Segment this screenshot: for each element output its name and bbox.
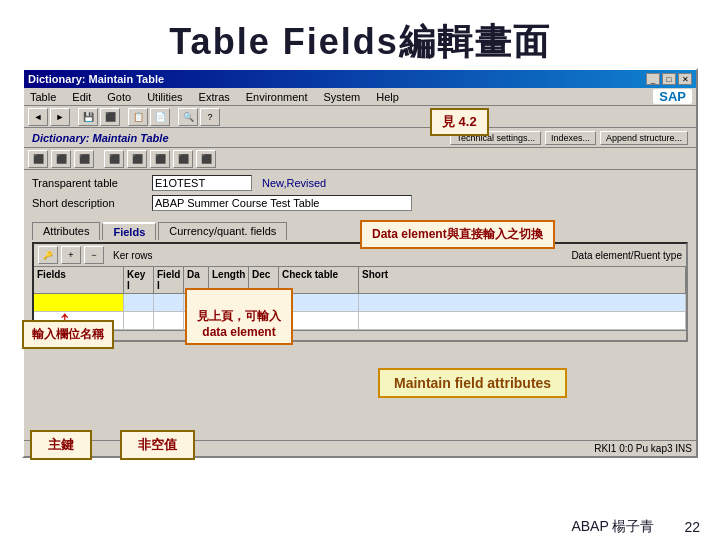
maintain-field-box: Maintain field attributes <box>378 368 567 398</box>
not-null-box: 非空值 <box>120 430 195 460</box>
tb2-btn3[interactable]: ⬛ <box>74 150 94 168</box>
indexes-button[interactable]: Indexes... <box>545 131 596 145</box>
dict-header: Dictionary: Maintain Table Technical set… <box>24 128 696 148</box>
append-button[interactable]: Append structure... <box>600 131 688 145</box>
paste-button[interactable]: 📄 <box>150 108 170 126</box>
scrollbar-area <box>34 330 686 340</box>
table-row <box>34 294 686 312</box>
menu-system[interactable]: System <box>322 91 363 103</box>
tb2-btn5[interactable]: ⬛ <box>127 150 147 168</box>
menu-table[interactable]: Table <box>28 91 58 103</box>
short-desc-label: Short description <box>32 197 152 209</box>
table-tb-key[interactable]: 🔑 <box>38 246 58 264</box>
tab-currency[interactable]: Currency/quant. fields <box>158 222 287 240</box>
window-titlebar: Dictionary: Maintain Table _ □ ✕ <box>24 70 696 88</box>
data-element-switch-box: Data element與直接輸入之切換 <box>360 220 555 249</box>
key-rows-label: Ker rows <box>113 250 152 261</box>
tb2-btn4[interactable]: ⬛ <box>104 150 124 168</box>
window-controls: _ □ ✕ <box>646 73 692 85</box>
maintain-field-text: Maintain field attributes <box>394 375 551 391</box>
cell-field-i-2 <box>154 312 184 329</box>
cell-field-i-1 <box>154 294 184 311</box>
tab-fields[interactable]: Fields <box>102 222 156 240</box>
save-button[interactable]: 💾 <box>78 108 98 126</box>
cell-short-1 <box>359 294 686 311</box>
page-number: 22 <box>684 519 700 535</box>
maximize-button[interactable]: □ <box>662 73 676 85</box>
copy-button[interactable]: 📋 <box>128 108 148 126</box>
tb2-btn6[interactable]: ⬛ <box>150 150 170 168</box>
input-field-label-text: 輸入欄位名稱 <box>32 327 104 341</box>
cell-key-2 <box>124 312 154 329</box>
page-title: Table Fields編輯畫面 <box>0 0 720 75</box>
sap-window: Dictionary: Maintain Table _ □ ✕ Table E… <box>22 68 698 458</box>
table-tb-del[interactable]: − <box>84 246 104 264</box>
col-fields: Fields <box>34 267 124 293</box>
primary-key-text: 主鍵 <box>48 437 74 452</box>
back-button[interactable]: ◄ <box>28 108 48 126</box>
col-key: Key I <box>124 267 154 293</box>
window-title: Dictionary: Maintain Table <box>28 73 164 85</box>
shortcut-button[interactable]: ⬛ <box>100 108 120 126</box>
menu-edit[interactable]: Edit <box>70 91 93 103</box>
toolbar2: ⬛ ⬛ ⬛ ⬛ ⬛ ⬛ ⬛ ⬛ <box>24 148 696 170</box>
close-button[interactable]: ✕ <box>678 73 692 85</box>
primary-key-box: 主鍵 <box>30 430 92 460</box>
bottom-bar: ABAP 楊子青 22 <box>571 518 700 536</box>
tb2-btn8[interactable]: ⬛ <box>196 150 216 168</box>
short-desc-row: Short description <box>32 194 688 212</box>
toolbar: ◄ ► 💾 ⬛ 📋 📄 🔍 ? <box>24 106 696 128</box>
data-element-label: Data element/Ruent type <box>571 250 682 261</box>
tb2-btn2[interactable]: ⬛ <box>51 150 71 168</box>
transparent-label: Transparent table <box>32 177 152 189</box>
fields-table: 🔑 + − Ker rows Data element/Ruent type F… <box>32 242 688 342</box>
cell-key-1 <box>124 294 154 311</box>
dict-label: Dictionary: Maintain Table <box>32 132 169 144</box>
tb2-btn1[interactable]: ⬛ <box>28 150 48 168</box>
tab-attributes[interactable]: Attributes <box>32 222 100 240</box>
menu-utilities[interactable]: Utilities <box>145 91 184 103</box>
data-element-switch-text: Data element與直接輸入之切換 <box>372 227 543 241</box>
table-header: Fields Key I Field I Da Length Dec Check… <box>34 267 686 294</box>
menu-environment[interactable]: Environment <box>244 91 310 103</box>
sap-logo: SAP <box>653 89 692 104</box>
short-desc-input[interactable] <box>152 195 412 211</box>
see-top-text: 見上頁，可輸入 data element <box>197 309 281 339</box>
ref-4-2-text: 見 4.2 <box>442 114 477 129</box>
table-name-row: Transparent table New,Revised <box>32 174 688 192</box>
menu-help[interactable]: Help <box>374 91 401 103</box>
find-button[interactable]: 🔍 <box>178 108 198 126</box>
form-area: Transparent table New,Revised Short desc… <box>24 170 696 218</box>
menu-bar: Table Edit Goto Utilities Extras Environ… <box>24 88 696 106</box>
tb2-btn7[interactable]: ⬛ <box>173 150 193 168</box>
minimize-button[interactable]: _ <box>646 73 660 85</box>
cell-field-1[interactable] <box>34 294 124 311</box>
help-button[interactable]: ? <box>200 108 220 126</box>
table-status: New,Revised <box>262 177 326 189</box>
status-text: RKI1 0:0 Pu kap3 INS <box>594 443 692 454</box>
table-name-input[interactable] <box>152 175 252 191</box>
forward-button[interactable]: ► <box>50 108 70 126</box>
see-top-box: 見上頁，可輸入 data element <box>185 288 293 345</box>
col-field-i: Field I <box>154 267 184 293</box>
table-tb-add[interactable]: + <box>61 246 81 264</box>
menu-goto[interactable]: Goto <box>105 91 133 103</box>
ref-4-2-box: 見 4.2 <box>430 108 489 136</box>
cell-short-2 <box>359 312 686 329</box>
table-row <box>34 312 686 330</box>
author-text: ABAP 楊子青 <box>571 518 654 536</box>
menu-extras[interactable]: Extras <box>197 91 232 103</box>
input-field-label-box: 輸入欄位名稱 <box>22 320 114 349</box>
not-null-text: 非空值 <box>138 437 177 452</box>
col-short: Short <box>359 267 686 293</box>
